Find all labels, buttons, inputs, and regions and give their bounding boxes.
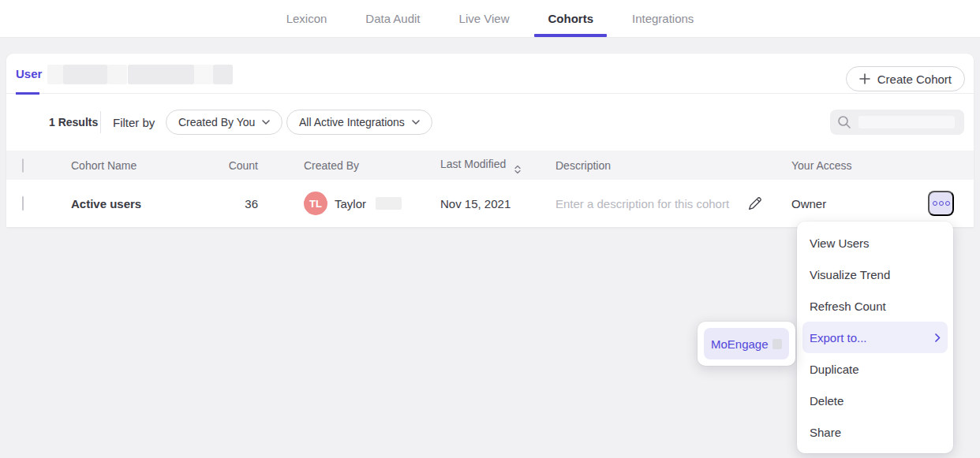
nav-tab-cohorts[interactable]: Cohorts	[548, 0, 593, 37]
last-modified-value: Nov 15, 2021	[440, 197, 511, 210]
redacted-search-text	[858, 116, 955, 128]
divider	[100, 111, 101, 133]
tab-user[interactable]: User	[16, 54, 42, 94]
ellipsis-icon	[933, 201, 937, 206]
header-last-modified[interactable]: Last Modified	[440, 157, 521, 173]
search-icon	[837, 115, 851, 129]
menu-item-refresh-count[interactable]: Refresh Count	[802, 290, 948, 322]
nav-tab-label: Cohorts	[548, 12, 593, 25]
filter-by-label: Filter by	[113, 116, 155, 129]
menu-item-export-to[interactable]: Export to...	[802, 322, 948, 353]
sort-icon[interactable]	[514, 165, 521, 173]
description-field[interactable]: Enter a description for this cohort	[555, 195, 763, 211]
results-count: 1 Results	[49, 116, 98, 128]
nav-tab-label: Integrations	[632, 12, 694, 25]
integrations-dropdown-value: All Active Integrations	[299, 116, 405, 128]
created-by-cell: TL Taylor	[304, 192, 402, 215]
redacted-block	[194, 65, 213, 84]
menu-item-delete[interactable]: Delete	[802, 385, 948, 416]
cohort-name-link[interactable]: Active users	[71, 197, 141, 210]
row-checkbox[interactable]	[22, 196, 24, 211]
header-created-by[interactable]: Created By	[304, 159, 359, 172]
nav-tab-data-audit[interactable]: Data Audit	[365, 0, 420, 37]
created-by-name: Taylor	[335, 197, 366, 210]
nav-tab-label: Data Audit	[365, 12, 420, 25]
nav-tab-label: Live View	[459, 12, 510, 25]
nav-tab-lexicon[interactable]: Lexicon	[286, 0, 327, 37]
top-nav: Lexicon Data Audit Live View Cohorts Int…	[0, 0, 980, 38]
header-description: Description	[555, 159, 611, 172]
redacted-block	[213, 65, 233, 84]
redacted-block	[772, 339, 782, 349]
cohort-count: 36	[188, 197, 258, 210]
tab-user-label: User	[16, 67, 42, 80]
search-input[interactable]	[830, 110, 964, 135]
redacted-surname	[376, 197, 402, 210]
chevron-right-icon	[935, 333, 941, 342]
menu-item-view-users[interactable]: View Users	[802, 227, 948, 259]
header-last-modified-label: Last Modified	[440, 157, 506, 169]
menu-item-duplicate[interactable]: Duplicate	[802, 353, 948, 385]
nav-tab-label: Lexicon	[286, 12, 327, 25]
table-header: Cohort Name Count Created By Last Modifi…	[6, 151, 974, 180]
header-count[interactable]: Count	[188, 159, 258, 172]
cohorts-page: { "nav": { "tabs": [ { "label": "Lexicon…	[0, 0, 980, 458]
nav-tab-integrations[interactable]: Integrations	[632, 0, 694, 37]
your-access-value: Owner	[791, 197, 826, 210]
row-actions-button[interactable]	[928, 191, 954, 216]
cohort-type-tabs: User Create Cohort	[6, 54, 974, 94]
description-placeholder-text: Enter a description for this cohort	[555, 197, 729, 210]
chevron-down-icon	[262, 120, 270, 125]
filter-bar: 1 Results Filter by Created By You All A…	[6, 94, 974, 151]
redacted-block	[63, 65, 107, 84]
cohorts-card: User Create Cohort 1 Results Filter by C…	[6, 54, 974, 227]
chevron-down-icon	[412, 120, 420, 125]
select-all-checkbox[interactable]	[22, 158, 24, 173]
integrations-dropdown[interactable]: All Active Integrations	[286, 110, 432, 135]
created-by-dropdown[interactable]: Created By You	[166, 110, 282, 135]
header-your-access: Your Access	[791, 159, 852, 172]
redacted-block	[47, 65, 63, 84]
menu-item-visualize-trend[interactable]: Visualize Trend	[802, 259, 948, 290]
export-submenu: MoEngage	[698, 322, 795, 366]
row-actions-menu: View Users Visualize Trend Refresh Count…	[797, 222, 953, 453]
submenu-item-moengage[interactable]: MoEngage	[704, 328, 789, 359]
redacted-block	[107, 65, 127, 84]
menu-item-share[interactable]: Share	[802, 416, 948, 448]
active-tab-underline	[534, 34, 607, 37]
table-row: Active users 36 TL Taylor Nov 15, 2021 E…	[6, 180, 974, 227]
pencil-icon[interactable]	[747, 195, 763, 211]
plus-icon	[859, 73, 870, 84]
avatar: TL	[304, 192, 327, 215]
create-cohort-label: Create Cohort	[877, 73, 952, 86]
redacted-block	[128, 65, 194, 84]
create-cohort-button[interactable]: Create Cohort	[846, 66, 965, 91]
created-by-dropdown-value: Created By You	[178, 116, 255, 128]
nav-tab-live-view[interactable]: Live View	[459, 0, 510, 37]
header-cohort-name[interactable]: Cohort Name	[71, 159, 137, 172]
